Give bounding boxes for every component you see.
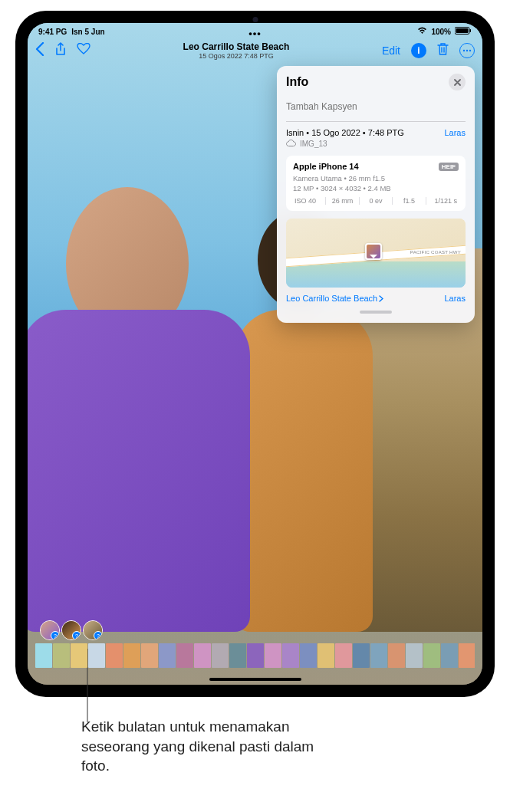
thumbnail[interactable] [229, 643, 246, 668]
map-pin-icon [365, 243, 382, 260]
location-map[interactable]: PACIFIC COAST HWY [286, 219, 466, 288]
photo-title: Leo Carrillo State Beach [183, 41, 290, 52]
svg-rect-2 [470, 29, 472, 32]
battery-pct: 100% [431, 28, 451, 36]
navigation-bar: Leo Carrillo State Beach 15 Ogos 2022 7:… [28, 37, 482, 64]
thumbnail[interactable] [212, 643, 229, 668]
device-label: Apple iPhone 14 [293, 162, 359, 171]
map-road-label: PACIFIC COAST HWY [410, 250, 461, 255]
spec-shutter: 1/121 s [426, 197, 459, 205]
adjust-date-button[interactable]: Laras [444, 128, 466, 137]
favorite-button[interactable] [77, 43, 90, 59]
info-button[interactable]: i [411, 43, 426, 58]
callout-text: Ketik bulatan untuk menamakan seseorang … [81, 717, 327, 776]
wifi-icon [417, 27, 427, 36]
thumbnail[interactable] [300, 643, 317, 668]
thumbnail[interactable] [176, 643, 193, 668]
spec-ev: 0 ev [360, 197, 393, 205]
thumbnail[interactable] [370, 643, 387, 668]
thumbnail[interactable] [318, 643, 334, 668]
delete-button[interactable] [437, 42, 449, 60]
photo-date-line: Isnin • 15 Ogo 2022 • 7:48 PTG [286, 128, 404, 137]
thumbnail[interactable] [335, 643, 352, 668]
thumbnail[interactable] [123, 643, 140, 668]
thumbnail[interactable] [88, 643, 105, 668]
edit-button[interactable]: Edit [382, 44, 400, 57]
status-time: 9:41 PG [38, 28, 67, 36]
more-button[interactable] [459, 43, 475, 58]
thumbnail[interactable] [194, 643, 211, 668]
photo-subtitle: 15 Ogos 2022 7:48 PTG [183, 52, 290, 60]
caption-input[interactable] [286, 97, 466, 122]
svg-point-4 [466, 50, 468, 51]
svg-point-5 [469, 50, 471, 51]
location-link[interactable]: Leo Carrillo State Beach [286, 294, 383, 303]
info-panel-title: Info [286, 75, 308, 89]
svg-point-3 [463, 50, 465, 51]
resolution-line: 12 MP • 3024 × 4032 • 2.4 MB [293, 184, 459, 192]
face-chip[interactable] [61, 620, 81, 640]
thumbnail[interactable] [459, 643, 475, 668]
thumbnail-strip[interactable] [35, 643, 475, 668]
thumbnail[interactable] [423, 643, 440, 668]
back-button[interactable] [35, 42, 44, 60]
battery-icon [455, 27, 472, 36]
thumbnail[interactable] [71, 643, 87, 668]
home-indicator[interactable] [209, 678, 301, 681]
camera-line: Kamera Utama • 26 mm f1.5 [293, 174, 459, 182]
spec-focal: 26 mm [326, 197, 359, 205]
svg-rect-1 [456, 28, 469, 33]
thumbnail[interactable] [388, 643, 405, 668]
thumbnail[interactable] [159, 643, 176, 668]
thumbnail[interactable] [247, 643, 264, 668]
spec-iso: ISO 40 [293, 197, 326, 205]
filename-label: IMG_13 [300, 140, 327, 148]
face-chip[interactable] [83, 620, 103, 640]
thumbnail[interactable] [353, 643, 370, 668]
close-button[interactable] [449, 74, 466, 90]
thumbnail[interactable] [53, 643, 70, 668]
thumbnail[interactable] [106, 643, 123, 668]
format-badge: HEIF [439, 163, 459, 171]
camera-dot [252, 17, 258, 22]
nav-title-block: Leo Carrillo State Beach 15 Ogos 2022 7:… [183, 41, 290, 60]
panel-drag-handle[interactable] [360, 311, 392, 314]
thumbnail[interactable] [141, 643, 158, 668]
face-chip[interactable] [40, 620, 60, 640]
spec-aperture: f1.5 [393, 197, 426, 205]
status-date: Isn 5 Jun [71, 28, 104, 36]
ipad-device-frame: 9:41 PG Isn 5 Jun ••• 100% [15, 11, 495, 697]
thumbnail[interactable] [282, 643, 299, 668]
cloud-icon [286, 139, 296, 148]
screen: 9:41 PG Isn 5 Jun ••• 100% [28, 23, 482, 685]
exif-specs: ISO 40 26 mm 0 ev f1.5 1/121 s [293, 197, 459, 205]
info-panel: Info Isnin • 15 Ogo 2022 • 7:48 PTG Lara… [277, 66, 475, 323]
adjust-location-button[interactable]: Laras [444, 294, 466, 303]
share-button[interactable] [55, 42, 66, 60]
status-bar: 9:41 PG Isn 5 Jun ••• 100% [28, 23, 482, 37]
thumbnail[interactable] [35, 643, 52, 668]
face-chip-strip [40, 620, 103, 640]
thumbnail[interactable] [441, 643, 458, 668]
thumbnail[interactable] [406, 643, 423, 668]
metadata-card: Apple iPhone 14 HEIF Kamera Utama • 26 m… [286, 156, 466, 211]
thumbnail[interactable] [265, 643, 281, 668]
